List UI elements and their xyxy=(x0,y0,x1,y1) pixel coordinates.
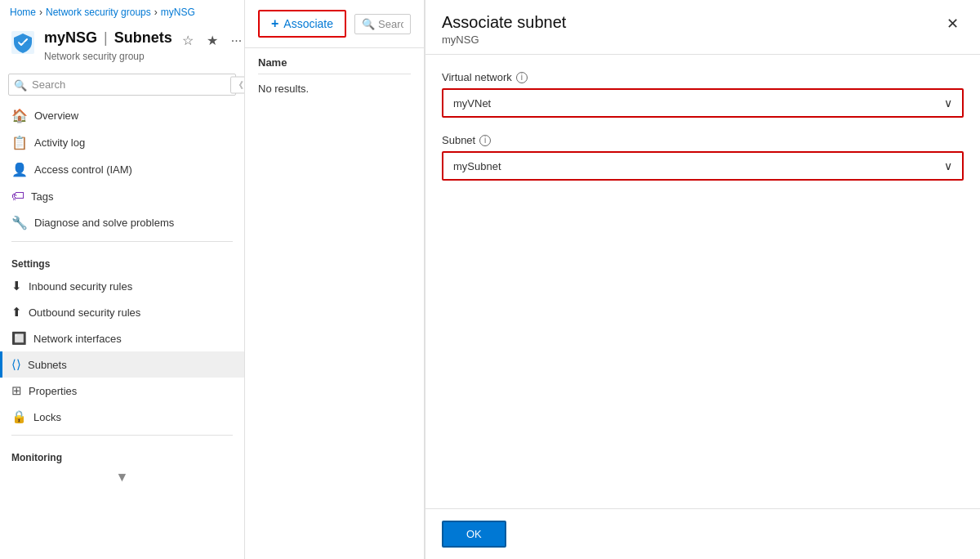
panel-body: Virtual network i myVNet ∨ Subnet i mySu… xyxy=(425,55,980,508)
ok-button[interactable]: OK xyxy=(442,521,506,548)
sidebar-item-outbound-label: Outbound security rules xyxy=(29,306,140,319)
subnet-dropdown[interactable]: mySubnet ∨ xyxy=(442,151,964,181)
resource-name: myNSG xyxy=(44,29,97,47)
associate-button[interactable]: + Associate xyxy=(258,10,346,38)
monitoring-divider xyxy=(11,435,233,436)
panel-subtitle: myNSG xyxy=(442,34,566,46)
search-subnets-container: 🔍 xyxy=(354,14,411,34)
properties-icon: ⊞ xyxy=(11,383,22,398)
settings-divider xyxy=(11,241,233,242)
panel-title-block: Associate subnet myNSG xyxy=(442,13,566,46)
virtual-network-label: Virtual network i xyxy=(442,71,964,83)
subnet-field-group: Subnet i mySubnet ∨ xyxy=(442,134,964,181)
search-subnets-icon: 🔍 xyxy=(362,18,375,30)
sidebar-item-interfaces-label: Network interfaces xyxy=(33,333,122,345)
overview-icon: 🏠 xyxy=(11,108,28,123)
virtual-network-dropdown[interactable]: myVNet ∨ xyxy=(442,88,964,118)
sidebar-item-access-control[interactable]: 👤 Access control (IAM) xyxy=(0,156,244,183)
nsg-icon xyxy=(10,29,36,56)
sidebar-item-properties[interactable]: ⊞ Properties xyxy=(0,378,244,404)
monitoring-section-header: Monitoring xyxy=(0,440,244,467)
sidebar-item-outbound[interactable]: ⬆ Outbound security rules xyxy=(0,299,244,325)
subnet-value: mySubnet xyxy=(453,160,501,172)
table-header-name: Name xyxy=(258,48,411,74)
breadcrumb: Home › Network security groups › myNSG xyxy=(0,0,244,21)
sidebar-item-tags-label: Tags xyxy=(31,190,53,203)
subnet-info-icon[interactable]: i xyxy=(479,135,491,146)
sidebar-item-subnets[interactable]: ⟨⟩ Subnets xyxy=(0,351,244,378)
sidebar-item-interfaces[interactable]: 🔲 Network interfaces xyxy=(0,325,244,351)
main-content: + Associate 🔍 Name No results. xyxy=(245,0,425,559)
sidebar-item-diagnose[interactable]: 🔧 Diagnose and solve problems xyxy=(0,209,244,236)
outbound-icon: ⬆ xyxy=(11,305,22,320)
resource-title-row: myNSG | Subnets ☆ ★ ··· xyxy=(44,26,245,50)
access-control-icon: 👤 xyxy=(11,162,28,177)
tags-icon: 🏷 xyxy=(11,189,24,203)
search-subnets-input[interactable] xyxy=(378,18,403,30)
interfaces-icon: 🔲 xyxy=(11,331,27,346)
resource-header: myNSG | Subnets ☆ ★ ··· Network security… xyxy=(0,21,244,70)
main-toolbar: + Associate 🔍 xyxy=(245,0,424,48)
sidebar-item-activity-log-label: Activity log xyxy=(34,136,85,149)
virtual-network-field-group: Virtual network i myVNet ∨ xyxy=(442,71,964,118)
sidebar-search-icon: 🔍 xyxy=(14,78,27,91)
panel-title: Associate subnet xyxy=(442,13,566,32)
subnet-label: Subnet i xyxy=(442,134,964,146)
sidebar-item-overview-label: Overview xyxy=(34,110,78,122)
subnets-table: Name No results. xyxy=(245,48,424,559)
sidebar-item-access-control-label: Access control (IAM) xyxy=(34,163,132,176)
sidebar-item-subnets-label: Subnets xyxy=(28,359,67,371)
settings-section-header: Settings xyxy=(0,247,244,273)
more-button[interactable]: ··· xyxy=(228,32,245,50)
panel-footer: OK xyxy=(425,508,980,559)
pin-button[interactable]: ☆ xyxy=(179,31,197,50)
breadcrumb-current[interactable]: myNSG xyxy=(161,7,195,18)
favorite-button[interactable]: ★ xyxy=(203,31,221,50)
sidebar-item-properties-label: Properties xyxy=(29,385,77,397)
breadcrumb-nsg[interactable]: Network security groups xyxy=(46,7,151,18)
sidebar-item-diagnose-label: Diagnose and solve problems xyxy=(34,217,174,229)
sidebar-item-locks-label: Locks xyxy=(33,411,61,423)
right-panel: Associate subnet myNSG ✕ Virtual network… xyxy=(425,0,980,559)
sidebar-item-inbound[interactable]: ⬇ Inbound security rules xyxy=(0,273,244,299)
sidebar-search-container: 🔍 《 xyxy=(8,74,236,96)
header-actions: ☆ ★ ··· xyxy=(179,31,245,50)
nav-list: 🏠 Overview 📋 Activity log 👤 Access contr… xyxy=(0,102,244,559)
sidebar: Home › Network security groups › myNSG m… xyxy=(0,0,245,559)
activity-log-icon: 📋 xyxy=(11,135,28,150)
expand-arrow: ▼ xyxy=(116,470,129,485)
collapse-sidebar-button[interactable]: 《 xyxy=(230,76,245,93)
resource-title-block: myNSG | Subnets ☆ ★ ··· Network security… xyxy=(44,26,245,62)
locks-icon: 🔒 xyxy=(11,409,27,424)
subnets-icon: ⟨⟩ xyxy=(11,357,21,372)
sidebar-item-inbound-label: Inbound security rules xyxy=(29,280,132,293)
sidebar-item-overview[interactable]: 🏠 Overview xyxy=(0,102,244,129)
sidebar-item-locks[interactable]: 🔒 Locks xyxy=(0,404,244,430)
virtual-network-info-icon[interactable]: i xyxy=(516,72,528,83)
virtual-network-value: myVNet xyxy=(453,97,491,110)
panel-header: Associate subnet myNSG ✕ xyxy=(425,0,980,55)
associate-button-label: Associate xyxy=(283,17,333,30)
subnet-chevron-icon: ∨ xyxy=(944,159,952,172)
breadcrumb-home[interactable]: Home xyxy=(10,7,36,18)
inbound-icon: ⬇ xyxy=(11,279,22,293)
sidebar-search-input[interactable] xyxy=(8,74,236,96)
sidebar-item-tags[interactable]: 🏷 Tags xyxy=(0,183,244,209)
resource-page: Subnets xyxy=(114,29,172,47)
panel-close-button[interactable]: ✕ xyxy=(942,13,964,34)
diagnose-icon: 🔧 xyxy=(11,215,28,230)
no-results-text: No results. xyxy=(258,74,411,103)
sidebar-item-activity-log[interactable]: 📋 Activity log xyxy=(0,129,244,156)
virtual-network-chevron-icon: ∨ xyxy=(944,96,952,110)
plus-icon: + xyxy=(271,16,278,31)
resource-subtitle: Network security group xyxy=(44,51,245,62)
